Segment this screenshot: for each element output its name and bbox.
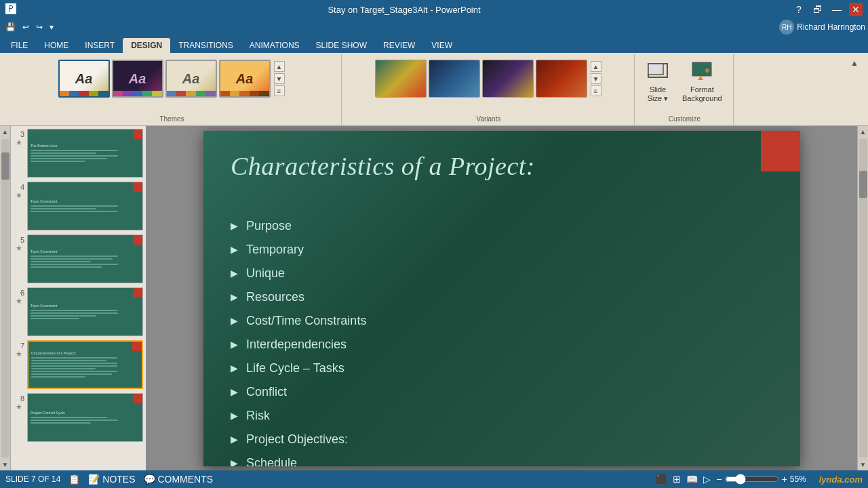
comments-button[interactable]: 💬 COMMENTS: [144, 474, 214, 485]
slide-thumb-4[interactable]: Topic Constraint: [27, 182, 143, 230]
variant-3[interactable]: [482, 60, 534, 98]
themes-scroll-up[interactable]: ▲: [274, 61, 285, 72]
bullet-text-1: Purpose: [246, 219, 292, 233]
reading-view-icon[interactable]: 📖: [686, 474, 698, 485]
theme-1[interactable]: Aa: [58, 60, 110, 98]
normal-view-icon[interactable]: ⬛: [656, 474, 667, 485]
tab-animations[interactable]: ANIMATIONS: [241, 38, 308, 53]
slide-thumb-7[interactable]: Characteristics of a Project:: [27, 340, 143, 389]
scroll-up-button[interactable]: ▲: [0, 126, 10, 138]
slide-viewport-scrollbar[interactable]: ▲ ▼: [857, 126, 868, 470]
restore-button[interactable]: 🗗: [811, 3, 825, 16]
slide-thumb-line: [31, 312, 118, 314]
slide-thumb-line: [31, 155, 118, 157]
customize-buttons: SlideSize ▾ FormatBackground: [640, 56, 729, 108]
bullet-objectives: ▶ Project Objectives:: [231, 432, 760, 447]
theme-3[interactable]: Aa: [165, 60, 217, 98]
tab-review[interactable]: REVIEW: [375, 38, 423, 53]
slide-panel-scrollbar[interactable]: ▲ ▼: [0, 126, 11, 470]
slide-size-button[interactable]: SlideSize ▾: [643, 58, 673, 106]
theme-2[interactable]: Aa: [112, 60, 163, 98]
themes-content: Aa Aa: [58, 56, 286, 115]
slide-item-7[interactable]: 7 ★ Characteristics of a Project:: [14, 340, 143, 389]
window-controls: ? 🗗 — ✕: [792, 3, 863, 16]
tab-file[interactable]: FILE: [3, 38, 36, 53]
slide-thumb-red-4: [133, 182, 142, 192]
variants-scroll-up[interactable]: ▲: [591, 61, 601, 72]
undo-qat-button[interactable]: ↩: [20, 21, 32, 33]
zoom-slider[interactable]: [725, 474, 779, 485]
save-qat-button[interactable]: 💾: [3, 21, 18, 33]
slide-thumb-8[interactable]: Project Control Cycle: [27, 393, 143, 442]
help-button[interactable]: ?: [792, 3, 806, 16]
scroll-down-button[interactable]: ▼: [0, 459, 10, 470]
slide-star-7: ★: [16, 350, 22, 359]
slide-canvas[interactable]: Characteristics of a Project: ▶ Purpose …: [203, 131, 800, 466]
slide-thumb-line: [31, 205, 118, 207]
themes-scroll-more[interactable]: ≡: [274, 85, 285, 96]
variant-4[interactable]: [536, 60, 587, 98]
slide-thumb-line: [31, 420, 118, 421]
theme-4[interactable]: Aa: [219, 60, 271, 98]
slide-thumb-content-6: Topic Constraint: [28, 288, 142, 336]
tab-home[interactable]: HOME: [36, 38, 77, 53]
slide-item-3[interactable]: 3 ★ The Bottom Line: [14, 129, 143, 178]
status-bar: SLIDE 7 OF 14 📋 📝 NOTES 💬 COMMENTS ⬛ ⊞ 📖…: [0, 470, 868, 488]
scroll-thumb[interactable]: [1, 152, 9, 180]
slide-thumb-content-4: Topic Constraint: [28, 182, 142, 230]
slide-thumb-line: [31, 422, 91, 424]
variants-content: ▲ ▼ ≡: [375, 56, 603, 115]
minimize-button[interactable]: —: [830, 3, 844, 16]
close-button[interactable]: ✕: [849, 3, 863, 16]
slide-sorter-icon[interactable]: ⊞: [673, 474, 681, 485]
slide-item-4[interactable]: 4 ★ Topic Constraint: [14, 182, 143, 230]
slide-thumb-line: [31, 150, 118, 151]
variants-scroll-more[interactable]: ≡: [591, 85, 601, 96]
zoom-level[interactable]: 55%: [790, 474, 814, 484]
variant-1[interactable]: [375, 60, 427, 98]
bullet-arrow-7: ▶: [231, 363, 238, 373]
user-name[interactable]: Richard Harrington: [797, 22, 865, 32]
slide-thumb-line: [31, 315, 96, 317]
slide-thumb-6[interactable]: Topic Constraint: [27, 287, 143, 336]
notes-button[interactable]: 📝 NOTES: [88, 474, 135, 485]
vscroll-track: [859, 139, 867, 458]
vscroll-thumb[interactable]: [859, 171, 867, 198]
tab-insert[interactable]: INSERT: [77, 38, 123, 53]
variant-2[interactable]: [429, 60, 480, 98]
bullet-arrow-6: ▶: [231, 339, 238, 350]
customize-qat-button[interactable]: ▾: [47, 21, 56, 33]
slide-title: Characteristics of a Project:: [231, 151, 746, 181]
slide-item-6[interactable]: 6 ★ Topic Constraint: [14, 287, 143, 336]
tab-transitions[interactable]: TRANSITIONS: [170, 38, 241, 53]
tab-slideshow[interactable]: SLIDE SHOW: [308, 38, 375, 53]
slide-star-5: ★: [16, 244, 22, 253]
bullet-arrow-4: ▶: [231, 291, 238, 302]
variants-scroll-down[interactable]: ▼: [591, 73, 601, 84]
redo-qat-button[interactable]: ↪: [33, 21, 45, 33]
format-background-button[interactable]: FormatBackground: [678, 58, 726, 106]
slide-thumb-red-5: [133, 235, 142, 245]
ribbon-tabs: FILE HOME INSERT DESIGN TRANSITIONS ANIM…: [0, 35, 868, 53]
slide-thumb-5[interactable]: Topic Constraint: [27, 235, 143, 283]
slide-item-8[interactable]: 8 ★ Project Control Cycle: [14, 393, 143, 442]
scroll-track: [1, 139, 9, 458]
slide-thumb-line: [31, 376, 85, 378]
slide-thumb-line: [31, 365, 117, 367]
tab-design[interactable]: DESIGN: [123, 38, 170, 53]
vscroll-down-button[interactable]: ▼: [858, 459, 868, 470]
slide-thumb-line: [31, 360, 106, 361]
title-bar: 🅿 Stay on Target_Stage3Alt - PowerPoint …: [0, 0, 868, 19]
zoom-out-button[interactable]: −: [716, 474, 722, 485]
tab-view[interactable]: VIEW: [423, 38, 460, 53]
slide-thumb-3[interactable]: The Bottom Line: [27, 129, 143, 178]
slide-view-icon[interactable]: 📋: [68, 474, 80, 485]
slide-show-icon[interactable]: ▷: [703, 474, 711, 485]
slide-item-5[interactable]: 5 ★ Topic Constraint: [14, 235, 143, 283]
themes-scroll-down[interactable]: ▼: [274, 73, 285, 84]
bullet-text-7: Life Cycle – Tasks: [246, 361, 344, 375]
zoom-in-button[interactable]: +: [782, 474, 787, 485]
slide-thumb-line: [31, 161, 85, 162]
collapse-ribbon-button[interactable]: ▲: [846, 57, 863, 69]
vscroll-up-button[interactable]: ▲: [858, 126, 868, 138]
